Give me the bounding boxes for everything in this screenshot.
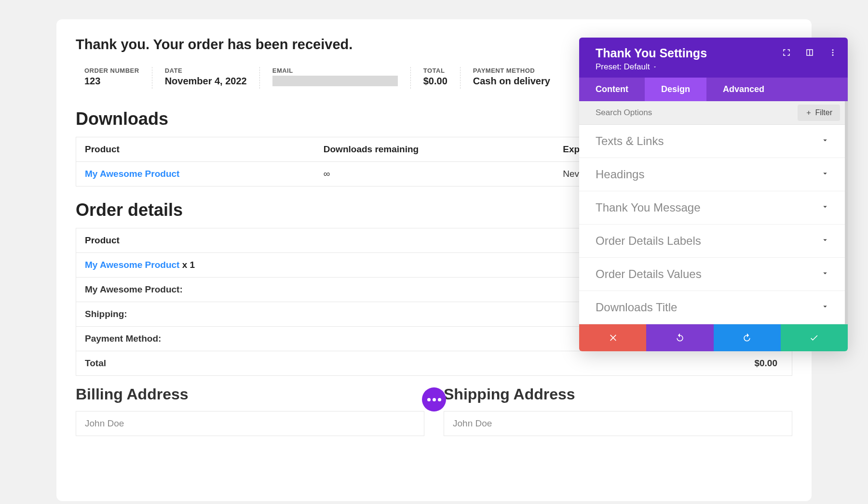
billing-box: John Doe	[76, 411, 424, 436]
preset-dropdown[interactable]: Preset: Default	[596, 62, 837, 72]
section-thank-you-message[interactable]: Thank You Message	[579, 191, 845, 225]
shipping-box: John Doe	[444, 411, 792, 436]
table-row: Total $0.00	[76, 351, 792, 376]
section-headings[interactable]: Headings	[579, 158, 845, 191]
panel-tabs: Content Design Advanced	[579, 78, 848, 101]
date-value: November 4, 2022	[165, 76, 247, 87]
summary-order-number: ORDER NUMBER 123	[76, 67, 152, 89]
search-input[interactable]	[579, 101, 798, 124]
chevron-down-icon	[821, 302, 829, 313]
redo-button[interactable]	[714, 324, 781, 351]
more-icon[interactable]	[828, 48, 837, 59]
total-label: TOTAL	[423, 67, 448, 74]
email-label: EMAIL	[272, 67, 398, 74]
col-product: Product	[76, 137, 315, 162]
summary-date: DATE November 4, 2022	[152, 67, 259, 89]
chevron-down-icon	[821, 236, 829, 246]
undo-button[interactable]	[646, 324, 713, 351]
expand-icon[interactable]	[782, 48, 791, 59]
order-product-qty: x 1	[179, 260, 195, 270]
panel-search: Filter	[579, 101, 845, 125]
panel-header[interactable]: Thank You Settings Preset: Default	[579, 38, 848, 78]
order-product-link[interactable]: My Awesome Product	[85, 260, 179, 270]
chevron-down-icon	[821, 169, 829, 180]
chevron-down-icon	[821, 269, 829, 279]
billing-heading: Billing Address	[76, 385, 424, 403]
svg-point-1	[832, 52, 834, 53]
summary-email: EMAIL	[259, 67, 410, 89]
billing-address: Billing Address John Doe	[76, 385, 424, 436]
col-remaining: Downloads remaining	[315, 137, 554, 162]
payment-value: Cash on delivery	[473, 76, 550, 87]
section-downloads-title[interactable]: Downloads Title	[579, 291, 845, 324]
cancel-button[interactable]	[579, 324, 646, 351]
payment-label: PAYMENT METHOD	[473, 67, 550, 74]
tab-design[interactable]: Design	[645, 78, 706, 101]
module-options-button[interactable]	[422, 387, 446, 411]
chevron-down-icon	[821, 202, 829, 213]
summary-payment: PAYMENT METHOD Cash on delivery	[460, 67, 563, 89]
order-number-label: ORDER NUMBER	[84, 67, 139, 74]
panel-footer	[579, 324, 848, 351]
shipping-address: Shipping Address John Doe	[444, 385, 792, 436]
shipping-heading: Shipping Address	[444, 385, 792, 403]
panel-title: Thank You Settings	[596, 46, 707, 60]
tab-advanced[interactable]: Advanced	[706, 78, 781, 101]
save-button[interactable]	[781, 324, 848, 351]
section-texts-links[interactable]: Texts & Links	[579, 125, 845, 158]
total-value: $0.00	[403, 351, 792, 376]
chevron-down-icon	[821, 136, 829, 146]
total-value: $0.00	[423, 76, 448, 87]
section-order-details-values[interactable]: Order Details Values	[579, 258, 845, 291]
svg-point-0	[832, 49, 834, 51]
date-label: DATE	[165, 67, 247, 74]
email-redacted	[272, 76, 398, 86]
section-order-details-labels[interactable]: Order Details Labels	[579, 225, 845, 258]
download-product-link[interactable]: My Awesome Product	[85, 169, 179, 179]
snap-icon[interactable]	[805, 48, 814, 59]
filter-button[interactable]: Filter	[798, 105, 840, 121]
svg-point-2	[832, 54, 834, 55]
settings-panel: Thank You Settings Preset: Default Conte…	[579, 38, 848, 351]
summary-total: TOTAL $0.00	[410, 67, 460, 89]
download-remaining: ∞	[315, 162, 554, 186]
order-number-value: 123	[84, 76, 139, 87]
total-label: Total	[76, 351, 403, 376]
tab-content[interactable]: Content	[579, 78, 645, 101]
